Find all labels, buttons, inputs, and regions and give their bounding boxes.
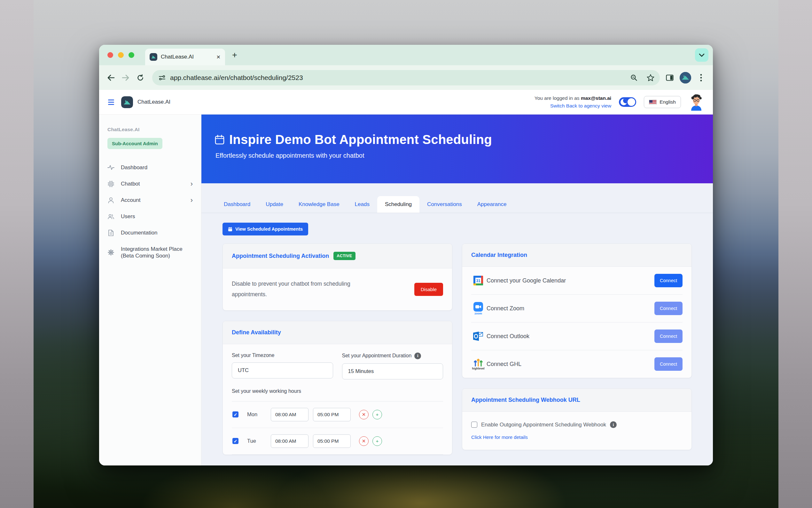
timezone-label: Set your Timezone (232, 352, 333, 358)
tab-appearance[interactable]: Appearance (470, 196, 514, 213)
star-icon (647, 74, 654, 81)
tab-dashboard[interactable]: Dashboard (216, 196, 258, 213)
day-checkbox[interactable]: ✓ (232, 438, 238, 444)
zoom-icon: zoom (471, 302, 485, 315)
end-time-input[interactable]: 05:00 PM (313, 408, 351, 421)
tab-scheduling[interactable]: Scheduling (377, 196, 419, 213)
integration-row-zoom: zoom Connect Zoom Connect (471, 295, 682, 323)
day-row-mon: ✓ Mon 08:00 AM 05:00 PM ✕ + (232, 401, 443, 428)
ghl-icon: highlevel (471, 358, 485, 370)
sidebar-menu: Dashboard Chatbot › Account › (107, 159, 193, 264)
reload-icon (137, 74, 144, 81)
user-avatar[interactable] (688, 93, 704, 111)
webhook-checkbox-label: Enable Outgoing Appointment Scheduling W… (481, 422, 606, 428)
url-bar[interactable]: app.chatlease.ai/en/chatbot/scheduling/2… (152, 70, 660, 85)
info-icon[interactable]: i (414, 352, 421, 359)
add-slot-button[interactable]: + (373, 436, 382, 446)
integration-row-outlook: Connect Outlook Connect (471, 323, 682, 350)
document-icon (107, 229, 114, 237)
remove-slot-button[interactable]: ✕ (359, 436, 369, 446)
page-title: Inspire Demo Bot Appointment Scheduling (229, 132, 492, 147)
day-label: Tue (247, 438, 271, 444)
cpu-icon (107, 180, 114, 187)
sidebar-item-chatbot[interactable]: Chatbot › (107, 176, 193, 192)
integration-row-google: 31 Connect your Google Calendar Connect (471, 267, 682, 295)
webhook-card: Appointment Scheduling Webhook URL Enabl… (462, 388, 692, 450)
close-tab-icon[interactable]: ✕ (217, 54, 221, 60)
outlook-icon (471, 331, 485, 341)
sidebar-item-account[interactable]: Account › (107, 192, 193, 208)
app-header: ChatLease.AI You are logged in as max@st… (99, 90, 713, 115)
timezone-select[interactable]: UTC (232, 363, 333, 378)
tab-title: ChatLease.AI (161, 54, 213, 60)
calendar-icon (215, 135, 225, 145)
sidebar-item-users[interactable]: Users (107, 208, 193, 224)
url-text[interactable]: app.chatlease.ai/en/chatbot/scheduling/2… (170, 74, 623, 82)
end-time-input[interactable]: 05:00 PM (313, 434, 351, 448)
calendar-card-title: Calendar Integration (471, 252, 527, 258)
tab-leads[interactable]: Leads (347, 196, 377, 213)
minimize-window-button[interactable] (118, 52, 124, 58)
activity-icon (107, 164, 114, 171)
view-scheduled-appointments-button[interactable]: View Scheduled Appointments (223, 223, 308, 236)
zoom-level-button[interactable] (628, 72, 640, 84)
page-subtitle: Effortlessly schedule appointments with … (216, 152, 700, 159)
webhook-card-title: Appointment Scheduling Webhook URL (471, 397, 580, 404)
side-panel-icon (666, 75, 674, 81)
role-badge: Sub-Account Admin (107, 138, 162, 149)
switch-agency-link[interactable]: Switch Back to agency view (550, 103, 611, 109)
browser-tab[interactable]: ChatLease.AI ✕ (145, 49, 225, 65)
remove-slot-button[interactable]: ✕ (359, 410, 369, 419)
language-selector[interactable]: English (644, 96, 681, 108)
reload-button[interactable] (136, 73, 145, 83)
toggle-knob (627, 98, 635, 106)
forward-button[interactable] (121, 73, 131, 83)
webhook-details-link[interactable]: Click Here for more details (471, 434, 528, 440)
browser-menu-button[interactable] (696, 73, 706, 83)
connect-zoom-button[interactable]: Connect (654, 302, 682, 315)
start-time-input[interactable]: 08:00 AM (271, 408, 308, 421)
forward-arrow-icon (122, 75, 130, 81)
add-slot-button[interactable]: + (373, 410, 382, 419)
user-icon (107, 197, 114, 204)
chevron-right-icon: › (191, 180, 193, 187)
sidebar-toggle-button[interactable] (108, 99, 114, 105)
day-checkbox[interactable]: ✓ (232, 411, 238, 418)
sidebar-item-integrations[interactable]: Integrations Market Place (Beta Coming S… (107, 241, 193, 264)
info-icon[interactable]: i (610, 421, 617, 428)
disable-button[interactable]: Disable (414, 283, 443, 296)
connect-google-button[interactable]: Connect (654, 274, 682, 287)
tab-update[interactable]: Update (258, 196, 291, 213)
login-info: You are logged in as max@stan.ai Switch … (534, 95, 611, 109)
language-label: English (660, 99, 676, 105)
webhook-checkbox[interactable] (471, 422, 477, 428)
start-time-input[interactable]: 08:00 AM (271, 434, 308, 448)
tab-knowledge-base[interactable]: Knowledge Base (291, 196, 347, 213)
bookmark-star-button[interactable] (644, 72, 657, 84)
logged-in-email: max@stan.ai (581, 95, 611, 101)
chevron-down-button[interactable] (695, 48, 708, 62)
integration-label: Connect your Google Calendar (486, 278, 654, 284)
connect-outlook-button[interactable]: Connect (654, 330, 682, 343)
users-icon (107, 213, 114, 220)
back-button[interactable] (106, 73, 116, 83)
sidebar-brand: ChatLease.AI (107, 127, 193, 132)
dark-mode-toggle[interactable] (619, 97, 636, 107)
close-window-button[interactable] (107, 52, 113, 58)
browser-profile-avatar[interactable] (680, 72, 691, 84)
browser-toolbar: app.chatlease.ai/en/chatbot/scheduling/2… (99, 65, 713, 90)
sidebar-item-dashboard[interactable]: Dashboard (107, 159, 193, 176)
connect-ghl-button[interactable]: Connect (654, 357, 682, 371)
side-panel-button[interactable] (665, 73, 674, 83)
chevron-down-icon (699, 53, 705, 57)
gear-icon (107, 249, 114, 256)
duration-select[interactable]: 15 Minutes (342, 364, 443, 379)
maximize-window-button[interactable] (129, 52, 134, 58)
three-dot-menu-icon (700, 74, 702, 82)
site-settings-icon[interactable] (158, 74, 165, 81)
sidebar: ChatLease.AI Sub-Account Admin Dashboard… (99, 115, 201, 465)
tab-conversations[interactable]: Conversations (419, 196, 470, 213)
back-arrow-icon (107, 75, 115, 81)
sidebar-item-documentation[interactable]: Documentation (107, 224, 193, 241)
new-tab-button[interactable]: + (232, 51, 237, 59)
